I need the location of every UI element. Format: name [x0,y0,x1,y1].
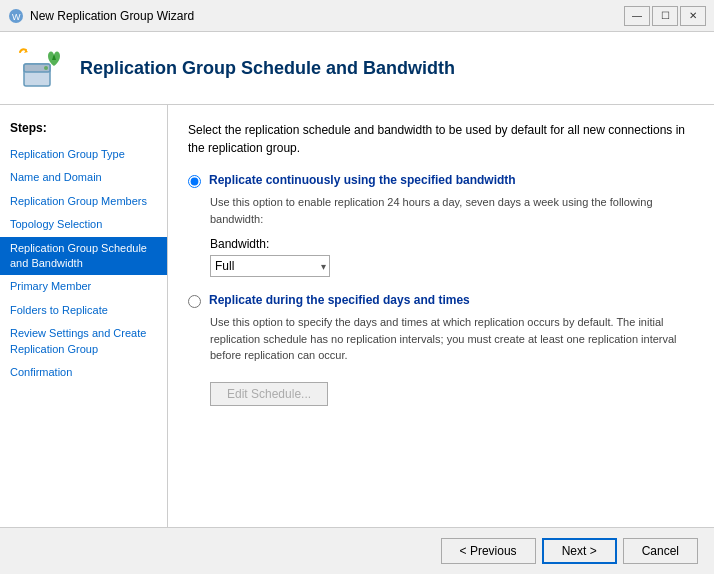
wizard-header-icon [16,44,64,92]
wizard-footer: < Previous Next > Cancel [0,527,714,574]
wizard-header: Replication Group Schedule and Bandwidth [0,32,714,105]
radio-group-option1: Replicate continuously using the specifi… [188,173,694,277]
title-bar-title: New Replication Group Wizard [30,9,624,23]
svg-text:W: W [12,12,21,22]
content-description: Select the replication schedule and band… [188,121,694,157]
title-bar-controls: — ☐ ✕ [624,6,706,26]
bandwidth-select[interactable]: Full 256 Kbps 512 Kbps 1 Mbps 2 Mbps 4 M… [210,255,330,277]
radio-option2-label[interactable]: Replicate during the specified days and … [209,293,470,307]
radio-option1-label[interactable]: Replicate continuously using the specifi… [209,173,516,187]
bandwidth-select-wrapper: Full 256 Kbps 512 Kbps 1 Mbps 2 Mbps 4 M… [210,255,330,277]
radio-option1-input[interactable] [188,175,201,188]
next-button[interactable]: Next > [542,538,617,564]
wizard-sidebar: Steps: Replication Group Type Name and D… [0,105,168,527]
radio-group-option2: Replicate during the specified days and … [188,293,694,406]
radio-option2-input[interactable] [188,295,201,308]
option2-description: Use this option to specify the days and … [210,314,694,364]
title-bar: W New Replication Group Wizard — ☐ ✕ [0,0,714,32]
sidebar-item-folders-to-replicate[interactable]: Folders to Replicate [0,299,167,322]
title-bar-icon: W [8,8,24,24]
wizard-body: Steps: Replication Group Type Name and D… [0,105,714,527]
bandwidth-label: Bandwidth: [210,237,694,251]
sidebar-item-review-settings[interactable]: Review Settings and Create Replication G… [0,322,167,361]
cancel-button[interactable]: Cancel [623,538,698,564]
svg-point-4 [44,66,48,70]
sidebar-steps-label: Steps: [0,117,167,143]
edit-schedule-button[interactable]: Edit Schedule... [210,382,328,406]
sidebar-item-primary-member[interactable]: Primary Member [0,275,167,298]
radio-option2: Replicate during the specified days and … [188,293,694,308]
option1-description: Use this option to enable replication 24… [210,194,694,227]
sidebar-item-confirmation[interactable]: Confirmation [0,361,167,384]
sidebar-item-topology-selection[interactable]: Topology Selection [0,213,167,236]
bandwidth-section: Bandwidth: Full 256 Kbps 512 Kbps 1 Mbps… [210,237,694,277]
sidebar-item-replication-group-type[interactable]: Replication Group Type [0,143,167,166]
sidebar-item-replication-group-members[interactable]: Replication Group Members [0,190,167,213]
sidebar-item-replication-group-schedule[interactable]: Replication Group Schedule and Bandwidth [0,237,167,276]
wizard-content: Select the replication schedule and band… [168,105,714,527]
radio-option1: Replicate continuously using the specifi… [188,173,694,188]
minimize-button[interactable]: — [624,6,650,26]
previous-button[interactable]: < Previous [441,538,536,564]
sidebar-item-name-and-domain[interactable]: Name and Domain [0,166,167,189]
wizard-container: Replication Group Schedule and Bandwidth… [0,32,714,574]
wizard-header-title: Replication Group Schedule and Bandwidth [80,58,455,79]
close-button[interactable]: ✕ [680,6,706,26]
maximize-button[interactable]: ☐ [652,6,678,26]
